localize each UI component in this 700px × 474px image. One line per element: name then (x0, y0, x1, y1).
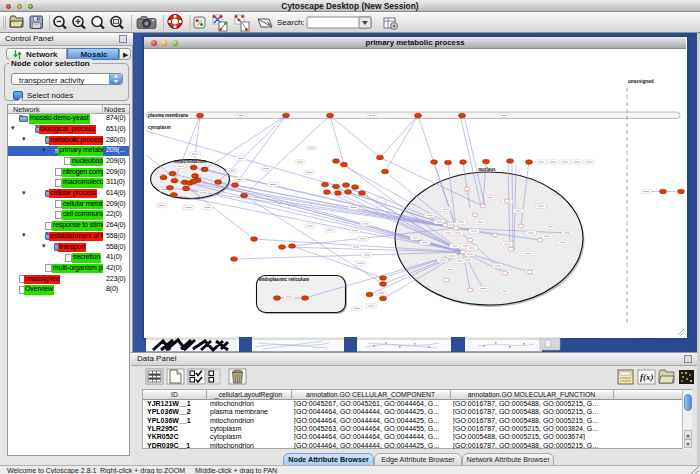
svg-text:cytoplasm: cytoplasm (148, 125, 171, 130)
svg-text:endoplasmic reticulum: endoplasmic reticulum (259, 277, 309, 282)
svg-text:f(x): f(x) (640, 372, 654, 382)
svg-text:plasma membrane: plasma membrane (148, 113, 189, 118)
svg-text:Search:: Search: (277, 18, 305, 27)
svg-text:mitochondrion: mitochondrion (174, 159, 206, 164)
svg-text:unassigned: unassigned (628, 79, 654, 84)
svg-text:nucleus: nucleus (478, 167, 496, 172)
